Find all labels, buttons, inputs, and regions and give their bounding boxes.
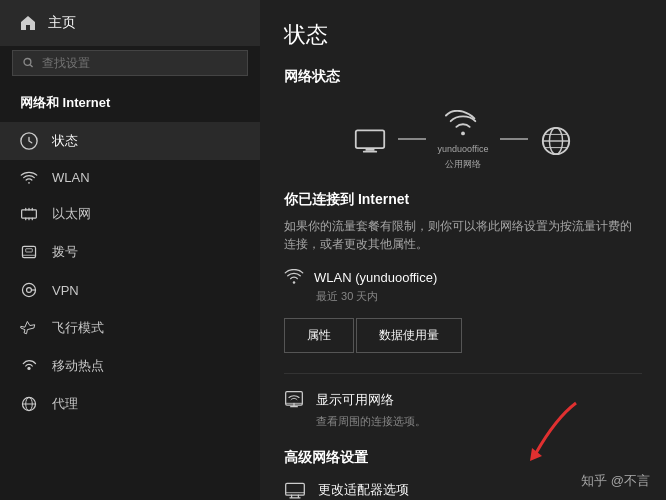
connected-desc: 如果你的流量套餐有限制，则你可以将此网络设置为按流量计费的连接，或者更改其他属性… (284, 217, 642, 253)
airplane-icon (20, 319, 38, 337)
svg-rect-16 (362, 150, 376, 152)
monitor-icon-container (354, 128, 386, 154)
network-type-label: 公用网络 (445, 158, 481, 171)
network-diagram: yunduooffice 公用网络 (284, 100, 642, 177)
sidebar-item-wlan[interactable]: WLAN (0, 160, 260, 195)
sidebar-item-proxy[interactable]: 代理 (0, 385, 260, 423)
svg-line-1 (30, 65, 32, 67)
connected-title: 你已连接到 Internet (284, 191, 642, 209)
sidebar: 主页 网络和 Internet 状态 WLAN (0, 0, 260, 500)
show-networks-sub: 查看周围的连接选项。 (316, 414, 642, 429)
data-usage-button[interactable]: 数据使用量 (356, 318, 462, 353)
arrow-annotation (506, 398, 586, 468)
page-title: 状态 (284, 20, 642, 50)
vpn-icon (20, 281, 38, 299)
globe-icon-container (540, 125, 572, 157)
sidebar-item-airplane[interactable]: 飞行模式 (0, 309, 260, 347)
sidebar-item-label-wlan: WLAN (52, 170, 90, 185)
sidebar-item-vpn[interactable]: VPN (0, 271, 260, 309)
home-icon (20, 15, 36, 31)
sidebar-home-button[interactable]: 主页 (0, 0, 260, 46)
sidebar-item-hotspot[interactable]: 移动热点 (0, 347, 260, 385)
status-icon (20, 132, 38, 150)
sidebar-home-label: 主页 (48, 14, 76, 32)
svg-point-8 (27, 288, 32, 293)
button-row: 属性 数据使用量 (284, 318, 642, 353)
svg-point-0 (24, 59, 31, 66)
sidebar-item-dialup[interactable]: 拨号 (0, 233, 260, 271)
wlan-row: WLAN (yunduooffice) (284, 269, 642, 285)
sidebar-section-title: 网络和 Internet (0, 86, 260, 122)
wlan-icon (20, 171, 38, 185)
main-content: 状态 网络状态 yunduooffice 公用网络 (260, 0, 666, 500)
svg-rect-15 (365, 148, 374, 151)
svg-rect-24 (286, 483, 305, 495)
sidebar-item-label-airplane: 飞行模式 (52, 319, 104, 337)
proxy-icon (20, 395, 38, 413)
network-status-label: 网络状态 (284, 68, 642, 86)
sidebar-item-ethernet[interactable]: 以太网 (0, 195, 260, 233)
search-input[interactable] (42, 56, 237, 70)
properties-button[interactable]: 属性 (284, 318, 354, 353)
ethernet-icon (20, 206, 38, 222)
adapter-label: 更改适配器选项 (318, 481, 483, 499)
net-line-1 (398, 138, 426, 140)
show-networks-icon (284, 390, 304, 410)
sidebar-item-label-vpn: VPN (52, 283, 79, 298)
dialup-icon (20, 244, 38, 260)
wlan-days: 最近 30 天内 (316, 289, 642, 304)
show-networks-label: 显示可用网络 (316, 391, 394, 409)
search-box[interactable] (12, 50, 248, 76)
svg-marker-26 (530, 448, 542, 461)
svg-rect-6 (26, 249, 33, 252)
wifi-icon-container: yunduooffice 公用网络 (438, 110, 489, 171)
sidebar-item-label-dialup: 拨号 (52, 243, 78, 261)
sidebar-item-status[interactable]: 状态 (0, 122, 260, 160)
search-icon (23, 57, 34, 69)
sidebar-item-label-ethernet: 以太网 (52, 205, 91, 223)
advanced-title: 高级网络设置 (284, 449, 642, 467)
svg-rect-3 (22, 210, 37, 218)
sidebar-item-label-status: 状态 (52, 132, 78, 150)
svg-point-10 (27, 367, 30, 370)
hotspot-icon (20, 357, 38, 375)
sidebar-item-label-proxy: 代理 (52, 395, 78, 413)
adapter-text-block: 更改适配器选项 查看网络适配器并更改连接设置。 (318, 481, 483, 500)
sidebar-item-label-hotspot: 移动热点 (52, 357, 104, 375)
wlan-small-icon (284, 269, 304, 285)
show-networks-row: 显示可用网络 (284, 390, 642, 410)
zhihu-watermark: 知乎 @不言 (581, 472, 650, 490)
svg-rect-14 (355, 130, 383, 148)
divider-1 (284, 373, 642, 374)
adapter-icon (284, 481, 306, 500)
net-line-2 (500, 138, 528, 140)
wlan-name: WLAN (yunduooffice) (314, 270, 437, 285)
network-name-label: yunduooffice (438, 144, 489, 154)
